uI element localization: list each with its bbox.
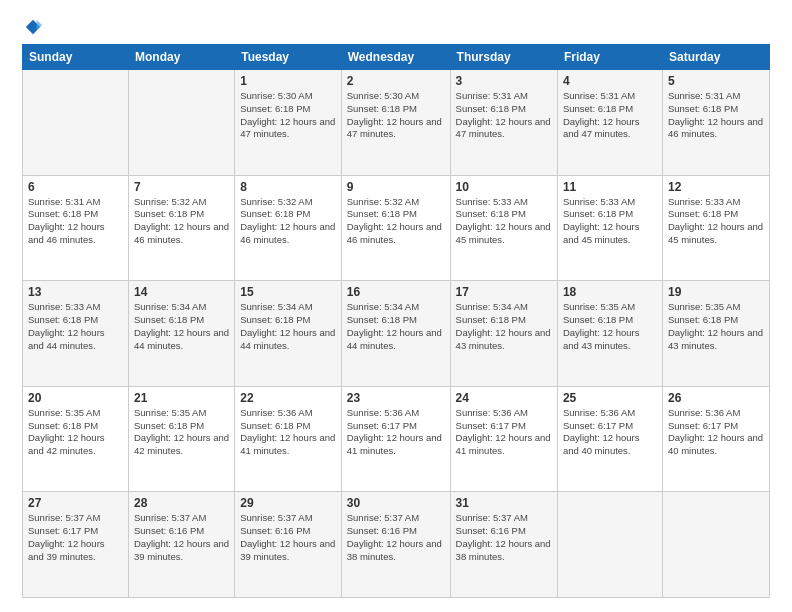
col-wednesday: Wednesday <box>341 45 450 70</box>
day-info: Sunrise: 5:31 AM Sunset: 6:18 PM Dayligh… <box>563 90 657 141</box>
day-number: 16 <box>347 285 445 299</box>
day-number: 13 <box>28 285 123 299</box>
calendar-cell: 3Sunrise: 5:31 AM Sunset: 6:18 PM Daylig… <box>450 70 557 176</box>
calendar-cell: 15Sunrise: 5:34 AM Sunset: 6:18 PM Dayli… <box>235 281 342 387</box>
calendar-cell: 8Sunrise: 5:32 AM Sunset: 6:18 PM Daylig… <box>235 175 342 281</box>
calendar-table: Sunday Monday Tuesday Wednesday Thursday… <box>22 44 770 598</box>
calendar-cell: 12Sunrise: 5:33 AM Sunset: 6:18 PM Dayli… <box>662 175 769 281</box>
day-info: Sunrise: 5:36 AM Sunset: 6:18 PM Dayligh… <box>240 407 336 458</box>
day-number: 7 <box>134 180 229 194</box>
calendar-cell <box>557 492 662 598</box>
day-number: 5 <box>668 74 764 88</box>
day-info: Sunrise: 5:31 AM Sunset: 6:18 PM Dayligh… <box>668 90 764 141</box>
day-number: 8 <box>240 180 336 194</box>
day-number: 1 <box>240 74 336 88</box>
calendar-cell: 31Sunrise: 5:37 AM Sunset: 6:16 PM Dayli… <box>450 492 557 598</box>
calendar-cell: 5Sunrise: 5:31 AM Sunset: 6:18 PM Daylig… <box>662 70 769 176</box>
day-number: 6 <box>28 180 123 194</box>
day-info: Sunrise: 5:32 AM Sunset: 6:18 PM Dayligh… <box>134 196 229 247</box>
col-thursday: Thursday <box>450 45 557 70</box>
calendar-cell: 22Sunrise: 5:36 AM Sunset: 6:18 PM Dayli… <box>235 386 342 492</box>
day-info: Sunrise: 5:33 AM Sunset: 6:18 PM Dayligh… <box>28 301 123 352</box>
calendar-cell: 26Sunrise: 5:36 AM Sunset: 6:17 PM Dayli… <box>662 386 769 492</box>
day-number: 23 <box>347 391 445 405</box>
calendar-cell: 6Sunrise: 5:31 AM Sunset: 6:18 PM Daylig… <box>23 175 129 281</box>
day-number: 11 <box>563 180 657 194</box>
day-info: Sunrise: 5:30 AM Sunset: 6:18 PM Dayligh… <box>240 90 336 141</box>
page: Sunday Monday Tuesday Wednesday Thursday… <box>0 0 792 612</box>
day-number: 18 <box>563 285 657 299</box>
calendar-cell: 10Sunrise: 5:33 AM Sunset: 6:18 PM Dayli… <box>450 175 557 281</box>
logo-icon <box>24 18 42 36</box>
day-info: Sunrise: 5:35 AM Sunset: 6:18 PM Dayligh… <box>134 407 229 458</box>
day-info: Sunrise: 5:31 AM Sunset: 6:18 PM Dayligh… <box>456 90 552 141</box>
day-info: Sunrise: 5:34 AM Sunset: 6:18 PM Dayligh… <box>134 301 229 352</box>
day-info: Sunrise: 5:30 AM Sunset: 6:18 PM Dayligh… <box>347 90 445 141</box>
day-info: Sunrise: 5:31 AM Sunset: 6:18 PM Dayligh… <box>28 196 123 247</box>
day-info: Sunrise: 5:37 AM Sunset: 6:16 PM Dayligh… <box>240 512 336 563</box>
calendar-cell: 20Sunrise: 5:35 AM Sunset: 6:18 PM Dayli… <box>23 386 129 492</box>
calendar-cell <box>662 492 769 598</box>
day-number: 27 <box>28 496 123 510</box>
day-info: Sunrise: 5:37 AM Sunset: 6:16 PM Dayligh… <box>347 512 445 563</box>
day-info: Sunrise: 5:36 AM Sunset: 6:17 PM Dayligh… <box>456 407 552 458</box>
calendar-cell: 19Sunrise: 5:35 AM Sunset: 6:18 PM Dayli… <box>662 281 769 387</box>
day-info: Sunrise: 5:34 AM Sunset: 6:18 PM Dayligh… <box>347 301 445 352</box>
calendar-week-row: 20Sunrise: 5:35 AM Sunset: 6:18 PM Dayli… <box>23 386 770 492</box>
day-info: Sunrise: 5:35 AM Sunset: 6:18 PM Dayligh… <box>28 407 123 458</box>
col-monday: Monday <box>128 45 234 70</box>
day-info: Sunrise: 5:33 AM Sunset: 6:18 PM Dayligh… <box>668 196 764 247</box>
calendar-week-row: 13Sunrise: 5:33 AM Sunset: 6:18 PM Dayli… <box>23 281 770 387</box>
calendar-cell: 23Sunrise: 5:36 AM Sunset: 6:17 PM Dayli… <box>341 386 450 492</box>
calendar-cell: 30Sunrise: 5:37 AM Sunset: 6:16 PM Dayli… <box>341 492 450 598</box>
svg-marker-1 <box>37 20 42 31</box>
day-number: 3 <box>456 74 552 88</box>
day-info: Sunrise: 5:36 AM Sunset: 6:17 PM Dayligh… <box>347 407 445 458</box>
calendar-cell: 28Sunrise: 5:37 AM Sunset: 6:16 PM Dayli… <box>128 492 234 598</box>
day-info: Sunrise: 5:37 AM Sunset: 6:17 PM Dayligh… <box>28 512 123 563</box>
day-number: 2 <box>347 74 445 88</box>
calendar-cell: 21Sunrise: 5:35 AM Sunset: 6:18 PM Dayli… <box>128 386 234 492</box>
day-info: Sunrise: 5:36 AM Sunset: 6:17 PM Dayligh… <box>668 407 764 458</box>
col-sunday: Sunday <box>23 45 129 70</box>
calendar-cell: 27Sunrise: 5:37 AM Sunset: 6:17 PM Dayli… <box>23 492 129 598</box>
day-number: 17 <box>456 285 552 299</box>
day-info: Sunrise: 5:33 AM Sunset: 6:18 PM Dayligh… <box>563 196 657 247</box>
day-number: 26 <box>668 391 764 405</box>
day-info: Sunrise: 5:35 AM Sunset: 6:18 PM Dayligh… <box>563 301 657 352</box>
calendar-header-row: Sunday Monday Tuesday Wednesday Thursday… <box>23 45 770 70</box>
calendar-cell: 1Sunrise: 5:30 AM Sunset: 6:18 PM Daylig… <box>235 70 342 176</box>
day-info: Sunrise: 5:37 AM Sunset: 6:16 PM Dayligh… <box>456 512 552 563</box>
calendar-cell: 29Sunrise: 5:37 AM Sunset: 6:16 PM Dayli… <box>235 492 342 598</box>
calendar-cell: 24Sunrise: 5:36 AM Sunset: 6:17 PM Dayli… <box>450 386 557 492</box>
day-number: 20 <box>28 391 123 405</box>
day-info: Sunrise: 5:37 AM Sunset: 6:16 PM Dayligh… <box>134 512 229 563</box>
calendar-cell <box>128 70 234 176</box>
calendar-week-row: 6Sunrise: 5:31 AM Sunset: 6:18 PM Daylig… <box>23 175 770 281</box>
day-info: Sunrise: 5:33 AM Sunset: 6:18 PM Dayligh… <box>456 196 552 247</box>
day-number: 30 <box>347 496 445 510</box>
calendar-cell <box>23 70 129 176</box>
calendar-cell: 2Sunrise: 5:30 AM Sunset: 6:18 PM Daylig… <box>341 70 450 176</box>
calendar-cell: 25Sunrise: 5:36 AM Sunset: 6:17 PM Dayli… <box>557 386 662 492</box>
col-friday: Friday <box>557 45 662 70</box>
day-number: 24 <box>456 391 552 405</box>
day-number: 22 <box>240 391 336 405</box>
day-number: 14 <box>134 285 229 299</box>
day-info: Sunrise: 5:32 AM Sunset: 6:18 PM Dayligh… <box>240 196 336 247</box>
day-number: 25 <box>563 391 657 405</box>
day-number: 29 <box>240 496 336 510</box>
calendar-cell: 7Sunrise: 5:32 AM Sunset: 6:18 PM Daylig… <box>128 175 234 281</box>
day-info: Sunrise: 5:32 AM Sunset: 6:18 PM Dayligh… <box>347 196 445 247</box>
logo <box>22 18 42 36</box>
calendar-week-row: 27Sunrise: 5:37 AM Sunset: 6:17 PM Dayli… <box>23 492 770 598</box>
calendar-week-row: 1Sunrise: 5:30 AM Sunset: 6:18 PM Daylig… <box>23 70 770 176</box>
col-saturday: Saturday <box>662 45 769 70</box>
day-info: Sunrise: 5:36 AM Sunset: 6:17 PM Dayligh… <box>563 407 657 458</box>
day-number: 28 <box>134 496 229 510</box>
day-number: 15 <box>240 285 336 299</box>
header <box>22 18 770 36</box>
day-number: 31 <box>456 496 552 510</box>
calendar-cell: 16Sunrise: 5:34 AM Sunset: 6:18 PM Dayli… <box>341 281 450 387</box>
day-number: 9 <box>347 180 445 194</box>
